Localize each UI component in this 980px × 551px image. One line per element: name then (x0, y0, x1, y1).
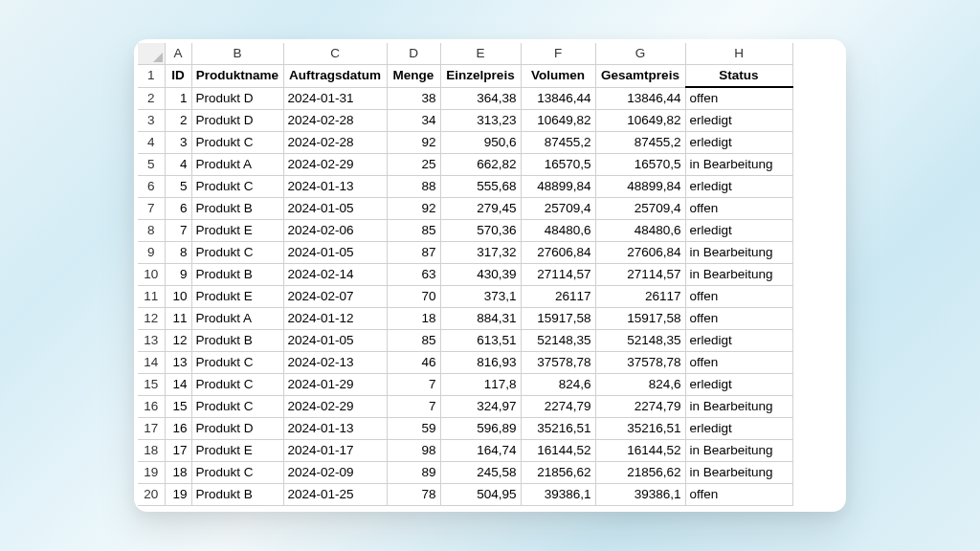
cell[interactable]: 884,31 (440, 308, 521, 330)
cell[interactable]: 25709,4 (521, 198, 595, 220)
cell[interactable]: 824,6 (595, 374, 685, 396)
cell[interactable]: 613,51 (440, 330, 521, 352)
cell[interactable]: 70 (387, 286, 440, 308)
cell[interactable]: 35216,51 (595, 418, 685, 440)
row-header[interactable]: 13 (138, 330, 165, 352)
cell[interactable]: 2 (165, 110, 191, 132)
cell[interactable]: 2024-02-29 (283, 396, 387, 418)
cell[interactable]: 59 (387, 418, 440, 440)
cell[interactable]: 15917,58 (595, 308, 685, 330)
row-header[interactable]: 14 (138, 352, 165, 374)
cell[interactable]: 37578,78 (521, 352, 595, 374)
header-cell[interactable]: Status (685, 65, 792, 88)
col-header-A[interactable]: A (165, 43, 191, 65)
cell[interactable]: 816,93 (440, 352, 521, 374)
cell[interactable]: 85 (387, 220, 440, 242)
row-header[interactable]: 10 (138, 264, 165, 286)
cell[interactable]: 48899,84 (595, 176, 685, 198)
cell[interactable]: 2024-01-05 (283, 198, 387, 220)
cell[interactable]: 92 (387, 132, 440, 154)
col-header-E[interactable]: E (440, 43, 521, 65)
cell[interactable]: 25709,4 (595, 198, 685, 220)
cell[interactable]: 48899,84 (521, 176, 595, 198)
cell[interactable]: 16 (165, 418, 191, 440)
cell[interactable]: 2024-02-06 (283, 220, 387, 242)
cell[interactable]: 504,95 (440, 484, 521, 506)
cell[interactable]: 16144,52 (521, 440, 595, 462)
cell[interactable]: 87455,2 (595, 132, 685, 154)
cell[interactable]: 34 (387, 110, 440, 132)
cell[interactable]: 1 (165, 87, 191, 110)
cell[interactable]: offen (685, 286, 792, 308)
cell[interactable]: 15917,58 (521, 308, 595, 330)
cell[interactable]: 6 (165, 198, 191, 220)
cell[interactable]: 2274,79 (521, 396, 595, 418)
cell[interactable]: 317,32 (440, 242, 521, 264)
row-header[interactable]: 11 (138, 286, 165, 308)
cell[interactable]: Produkt D (191, 110, 283, 132)
row-header[interactable]: 12 (138, 308, 165, 330)
cell[interactable]: Produkt C (191, 132, 283, 154)
header-cell[interactable]: Gesamtpreis (595, 65, 685, 88)
cell[interactable]: offen (685, 484, 792, 506)
cell[interactable]: 37578,78 (595, 352, 685, 374)
row-header[interactable]: 18 (138, 440, 165, 462)
cell[interactable]: in Bearbeitung (685, 462, 792, 484)
cell[interactable]: 364,38 (440, 87, 521, 110)
cell[interactable]: 2024-01-05 (283, 330, 387, 352)
cell[interactable]: 85 (387, 330, 440, 352)
cell[interactable]: in Bearbeitung (685, 154, 792, 176)
cell[interactable]: 7 (165, 220, 191, 242)
cell[interactable]: 7 (387, 374, 440, 396)
row-header[interactable]: 4 (138, 132, 165, 154)
cell[interactable]: 2274,79 (595, 396, 685, 418)
cell[interactable]: Produkt C (191, 396, 283, 418)
cell[interactable]: 11 (165, 308, 191, 330)
cell[interactable]: 2024-02-28 (283, 110, 387, 132)
cell[interactable]: 16570,5 (595, 154, 685, 176)
cell[interactable]: 48480,6 (595, 220, 685, 242)
cell[interactable]: 78 (387, 484, 440, 506)
row-header[interactable]: 3 (138, 110, 165, 132)
cell[interactable]: 39386,1 (595, 484, 685, 506)
row-header[interactable]: 17 (138, 418, 165, 440)
cell[interactable]: 13846,44 (595, 87, 685, 110)
row-header[interactable]: 8 (138, 220, 165, 242)
header-cell[interactable]: ID (165, 65, 191, 88)
cell[interactable]: Produkt C (191, 176, 283, 198)
header-cell[interactable]: Menge (387, 65, 440, 88)
cell[interactable]: Produkt C (191, 374, 283, 396)
row-header[interactable]: 1 (138, 65, 165, 88)
cell[interactable]: offen (685, 352, 792, 374)
cell[interactable]: erledigt (685, 176, 792, 198)
row-header[interactable]: 20 (138, 484, 165, 506)
cell[interactable]: 46 (387, 352, 440, 374)
cell[interactable]: 2024-02-28 (283, 132, 387, 154)
cell[interactable]: 10649,82 (521, 110, 595, 132)
row-header[interactable]: 5 (138, 154, 165, 176)
cell[interactable]: 35216,51 (521, 418, 595, 440)
select-all-corner[interactable] (138, 43, 165, 65)
cell[interactable]: Produkt E (191, 440, 283, 462)
col-header-D[interactable]: D (387, 43, 440, 65)
cell[interactable]: 63 (387, 264, 440, 286)
cell[interactable]: 2024-01-13 (283, 418, 387, 440)
cell[interactable]: 373,1 (440, 286, 521, 308)
cell[interactable]: 52148,35 (521, 330, 595, 352)
cell[interactable]: 4 (165, 154, 191, 176)
cell[interactable]: 87455,2 (521, 132, 595, 154)
col-header-F[interactable]: F (521, 43, 595, 65)
cell[interactable]: 10649,82 (595, 110, 685, 132)
cell[interactable]: 2024-02-29 (283, 154, 387, 176)
cell[interactable]: 2024-01-13 (283, 176, 387, 198)
cell[interactable]: Produkt C (191, 462, 283, 484)
cell[interactable]: Produkt E (191, 286, 283, 308)
cell[interactable]: Produkt A (191, 154, 283, 176)
cell[interactable]: 662,82 (440, 154, 521, 176)
cell[interactable]: 2024-01-25 (283, 484, 387, 506)
cell[interactable]: 13846,44 (521, 87, 595, 110)
cell[interactable]: erledigt (685, 374, 792, 396)
cell[interactable]: offen (685, 87, 792, 110)
cell[interactable]: 596,89 (440, 418, 521, 440)
cell[interactable]: 3 (165, 132, 191, 154)
